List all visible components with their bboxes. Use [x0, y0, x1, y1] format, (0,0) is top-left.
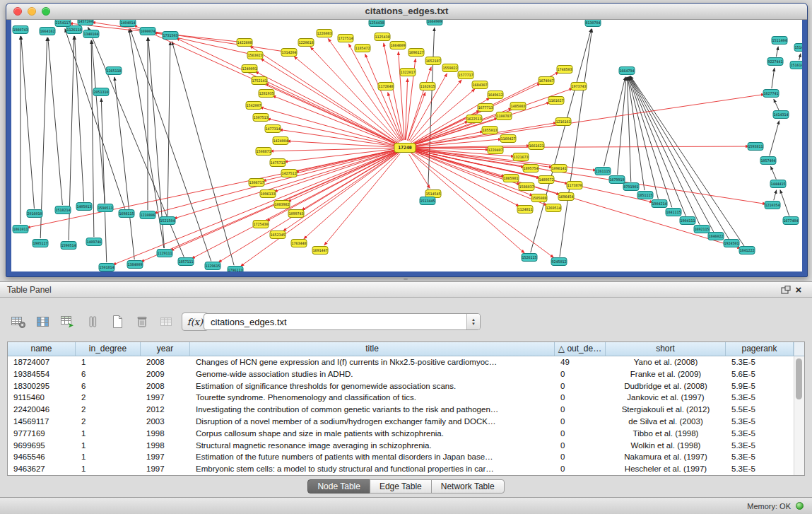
graph-node[interactable]: 1172648 [378, 83, 394, 90]
graph-node[interactable]: 1905117 [33, 240, 48, 247]
graph-edge[interactable] [92, 22, 283, 51]
table-cell[interactable]: 18724007 [8, 356, 76, 368]
select-columns-icon[interactable] [33, 313, 53, 331]
table-row[interactable]: 2242004622012Investigating the contribut… [8, 404, 794, 416]
graph-node[interactable]: 1307513 [253, 114, 269, 122]
graph-edge[interactable] [413, 94, 765, 146]
graph-node[interactable]: 1444415 [770, 180, 786, 188]
table-cell[interactable]: 18300295 [8, 380, 76, 392]
graph-node[interactable]: 1125438 [375, 33, 390, 41]
graph-node[interactable]: 1846022 [708, 233, 724, 240]
table-cell[interactable]: Disruption of a novel member of a sodium… [190, 416, 555, 428]
column-header[interactable]: pagerank [726, 342, 794, 356]
graph-node[interactable]: 8791901 [623, 183, 639, 191]
graph-node[interactable]: 1414314 [773, 111, 789, 119]
graph-node[interactable]: 1057404 [760, 157, 776, 165]
graph-node[interactable]: 1096141 [551, 165, 567, 173]
graph-node[interactable]: 1261115 [595, 168, 611, 175]
combobox-stepper-icon[interactable]: ▲ ▼ [466, 314, 480, 329]
graph-node[interactable]: 1160427 [500, 135, 516, 143]
graph-node[interactable]: 1511404 [772, 37, 787, 45]
tab-node-table[interactable]: Node Table [307, 479, 370, 493]
graph-node[interactable]: 1306717 [249, 179, 264, 187]
graph-node[interactable]: 1220407 [488, 146, 503, 154]
graph-node[interactable]: 1210354 [765, 201, 780, 209]
graph-node[interactable]: 1124811 [517, 206, 533, 214]
graph-node[interactable]: 9227441 [767, 58, 783, 66]
graph-node[interactable]: 1677404 [783, 217, 799, 225]
graph-node[interactable]: 1518214 [55, 206, 71, 214]
graph-edge[interactable] [172, 42, 234, 266]
graph-node[interactable]: 1173870 [567, 182, 582, 189]
graph-node[interactable]: 1690074 [140, 28, 155, 35]
table-cell[interactable]: 49 [555, 356, 606, 368]
table-cell[interactable]: Embryonic stem cells: a model to study s… [190, 463, 555, 475]
graph-edge[interactable] [283, 152, 398, 231]
graph-node[interactable]: 1664794 [619, 67, 635, 75]
table-cell[interactable]: 5.9E-5 [726, 380, 794, 392]
row-tools-icon[interactable] [83, 313, 102, 331]
table-cell[interactable]: 0 [555, 380, 606, 392]
graph-edge[interactable] [40, 37, 47, 238]
table-row[interactable]: 1456911722003Disruption of a novel membe… [8, 416, 794, 428]
graph-node[interactable]: 1162615 [420, 83, 435, 90]
graph-node[interactable]: 1514545 [425, 190, 441, 198]
graph-edge[interactable] [799, 54, 801, 60]
table-cell[interactable]: 1998 [141, 428, 190, 440]
graph-edge[interactable] [399, 52, 405, 140]
table-cell[interactable]: Nakamura et al. (1997) [606, 451, 726, 463]
graph-node[interactable]: 1265118 [106, 67, 122, 75]
graph-node[interactable]: 1405013 [76, 203, 92, 211]
graph-node[interactable]: 1752141 [252, 77, 267, 85]
table-cell[interactable]: Tibbo et al. (1998) [606, 428, 726, 440]
graph-node[interactable]: 9245012 [551, 258, 567, 266]
table-row[interactable]: 977716911998Corpus callosum shape and si… [8, 428, 794, 440]
graph-node[interactable]: 1796113 [228, 267, 243, 272]
table-cell[interactable]: Stergiakouli et al. (2012) [606, 404, 726, 416]
table-cell[interactable]: Franke et al. (2009) [606, 368, 726, 380]
graph-edge[interactable] [411, 89, 475, 143]
table-cell[interactable]: 5.3E-5 [726, 463, 794, 475]
graph-edge[interactable] [560, 29, 592, 257]
graph-node[interactable]: 1664909 [427, 20, 442, 25]
graph-node[interactable]: 1210806 [140, 211, 155, 219]
graph-edge[interactable] [130, 28, 211, 261]
graph-node[interactable]: 1585088 [531, 194, 547, 202]
tab-edge-table[interactable]: Edge Table [370, 479, 432, 493]
graph-node-hub[interactable]: 17240 [394, 144, 416, 153]
graph-node[interactable]: 1857111 [178, 258, 194, 266]
network-canvas[interactable]: 1422608156302312400911752141128193515420… [11, 20, 802, 271]
graph-node[interactable]: 1622513 [466, 115, 482, 123]
column-header[interactable]: △ out_de… [555, 342, 606, 356]
table-cell[interactable]: 1998 [141, 440, 190, 452]
graph-node[interactable]: 1895754 [523, 165, 539, 173]
graph-node[interactable]: 1698115 [119, 210, 134, 218]
graph-edge[interactable] [409, 154, 430, 188]
table-cell[interactable]: 9465546 [8, 451, 76, 463]
table-row[interactable]: 1830029562008Estimation of significance … [8, 380, 794, 392]
graph-node[interactable]: 1664162 [40, 28, 55, 35]
graph-node[interactable]: 1422608 [237, 39, 252, 47]
column-header[interactable]: short [606, 342, 726, 356]
table-settings-icon[interactable] [8, 313, 28, 331]
graph-node[interactable]: 1851115 [637, 192, 653, 199]
graph-node[interactable]: 2154117 [55, 20, 71, 27]
graph-node[interactable]: 1526115 [522, 254, 537, 262]
close-window-button[interactable] [13, 7, 22, 16]
float-panel-icon[interactable] [779, 284, 792, 296]
graph-edge[interactable] [413, 148, 596, 170]
graph-edge[interactable] [413, 150, 741, 248]
graph-node[interactable]: 1559822 [442, 64, 458, 72]
graph-node[interactable]: 1542007 [246, 102, 261, 110]
graph-edge[interactable] [114, 77, 134, 259]
graph-node[interactable]: 2051310 [93, 88, 109, 96]
graph-node[interactable]: 1314204 [281, 49, 297, 57]
table-cell[interactable]: Corpus callosum shape and size in male p… [190, 428, 555, 440]
table-cell[interactable]: 2008 [141, 380, 190, 392]
graph-node[interactable]: 1627741 [763, 90, 779, 98]
table-cell[interactable]: 1 [76, 451, 141, 463]
table-cell[interactable]: Structural magnetic resonance image aver… [190, 440, 555, 452]
table-cell[interactable]: 1997 [141, 463, 190, 475]
graph-node[interactable]: 1973743 [571, 83, 587, 90]
graph-node[interactable]: 1696127 [408, 49, 424, 57]
